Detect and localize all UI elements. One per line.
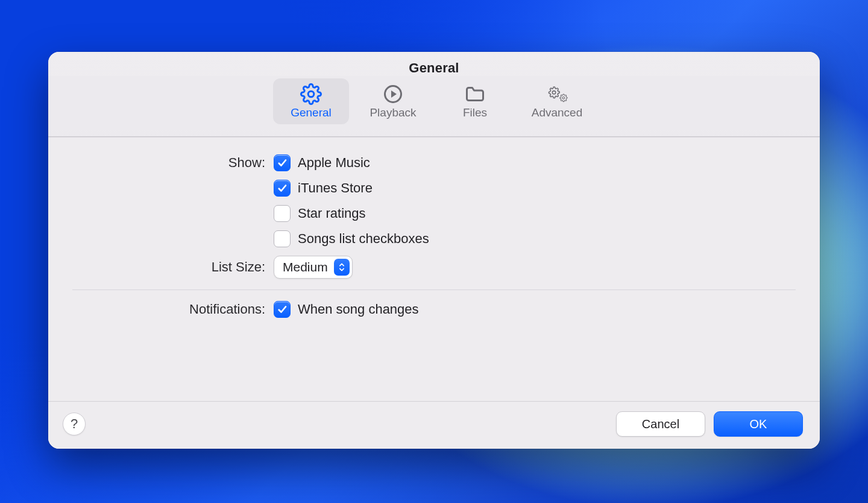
- window-title: General: [48, 60, 820, 76]
- tab-advanced[interactable]: Advanced: [519, 78, 595, 124]
- tab-files[interactable]: Files: [437, 78, 513, 124]
- show-label: Show:: [72, 155, 274, 171]
- cancel-button[interactable]: Cancel: [616, 411, 705, 437]
- show-songs-list-row: Songs list checkboxes: [72, 230, 796, 247]
- star-ratings-checkbox[interactable]: [274, 205, 291, 222]
- titlebar: General General Playbac: [48, 52, 820, 137]
- when-song-changes-checkbox[interactable]: [274, 301, 291, 318]
- play-circle-icon: [382, 83, 404, 105]
- folder-icon: [464, 83, 486, 105]
- list-size-popup[interactable]: Medium: [274, 256, 353, 279]
- list-size-label: List Size:: [72, 259, 274, 275]
- itunes-store-checkbox[interactable]: [274, 180, 291, 197]
- show-apple-music-row: Show: Apple Music: [72, 154, 796, 171]
- cancel-button-label: Cancel: [642, 417, 679, 431]
- ok-button[interactable]: OK: [714, 411, 803, 437]
- apple-music-checkbox[interactable]: [274, 154, 291, 171]
- notifications-row: Notifications: When song changes: [72, 301, 796, 318]
- star-ratings-label: Star ratings: [298, 206, 366, 221]
- show-star-ratings-row: Star ratings: [72, 205, 796, 222]
- svg-point-3: [552, 91, 555, 94]
- tab-general[interactable]: General: [273, 78, 349, 124]
- general-pane: Show: Apple Music iTunes Store: [48, 137, 820, 401]
- tab-label: Advanced: [532, 106, 583, 119]
- songs-list-checkbox[interactable]: [274, 230, 291, 247]
- gears-icon: [546, 83, 568, 105]
- songs-list-label: Songs list checkboxes: [298, 231, 429, 247]
- show-itunes-store-row: iTunes Store: [72, 180, 796, 197]
- svg-point-0: [308, 91, 314, 97]
- svg-point-4: [562, 96, 565, 99]
- when-song-changes-label: When song changes: [298, 302, 419, 317]
- svg-marker-2: [391, 90, 397, 98]
- notifications-label: Notifications:: [72, 302, 274, 317]
- section-divider: [72, 289, 796, 290]
- tab-label: Files: [463, 106, 487, 119]
- preferences-window: General General Playbac: [48, 52, 820, 449]
- gear-icon: [300, 83, 322, 105]
- tab-playback[interactable]: Playback: [355, 78, 431, 124]
- help-icon: ?: [71, 416, 78, 432]
- list-size-row: List Size: Medium: [72, 256, 796, 279]
- tab-label: General: [291, 106, 332, 119]
- chevron-up-down-icon: [334, 259, 350, 276]
- toolbar-tabs: General Playback Files: [48, 76, 820, 130]
- dialog-footer: ? Cancel OK: [48, 401, 820, 449]
- itunes-store-label: iTunes Store: [298, 180, 373, 196]
- tab-label: Playback: [370, 106, 416, 119]
- help-button[interactable]: ?: [63, 413, 86, 435]
- apple-music-label: Apple Music: [298, 155, 370, 171]
- ok-button-label: OK: [750, 417, 767, 431]
- list-size-value: Medium: [283, 260, 328, 274]
